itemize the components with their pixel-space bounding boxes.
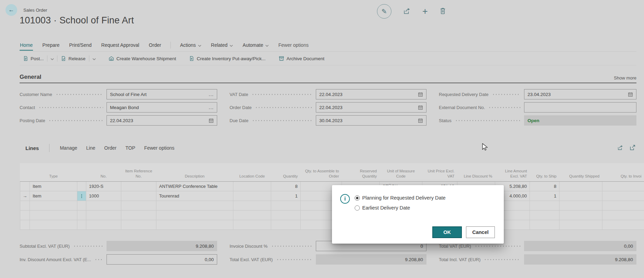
lines-tab-line[interactable]: Line <box>86 145 95 151</box>
calendar-icon[interactable] <box>416 118 423 123</box>
column-header[interactable]: Item Reference No. <box>121 163 156 182</box>
delete-button[interactable] <box>440 7 446 15</box>
order-date-input[interactable] <box>316 102 426 113</box>
cell[interactable]: 8 <box>530 182 559 191</box>
column-header[interactable]: Line Amount Excl. VAT <box>495 163 530 182</box>
cell[interactable] <box>121 201 156 211</box>
column-header[interactable]: No. <box>86 163 121 182</box>
cell[interactable] <box>602 220 644 230</box>
cell[interactable] <box>156 201 233 211</box>
calendar-icon[interactable] <box>416 92 423 97</box>
cell[interactable]: 1000 <box>86 191 121 201</box>
cell[interactable]: 1 <box>271 191 301 201</box>
row-menu-dots[interactable]: ⋮ <box>77 191 86 201</box>
cell[interactable]: Tourenrad <box>156 191 233 201</box>
cell[interactable] <box>156 220 233 230</box>
lines-share-button[interactable] <box>617 145 623 151</box>
column-header[interactable]: Quantity Shipped <box>559 163 602 182</box>
tab-prepare[interactable]: Prepare <box>42 40 60 51</box>
lookup-ellipsis-icon[interactable]: ... <box>207 92 214 97</box>
tab-print-send[interactable]: Print/Send <box>69 40 92 51</box>
menu-related[interactable]: Related <box>211 40 233 51</box>
release-button[interactable]: Release <box>57 53 89 64</box>
create-inventory-putaway-pick-button[interactable]: Create Inventory Put-away/Pick... <box>186 53 269 64</box>
menu-actions[interactable]: Actions <box>180 40 202 51</box>
cell[interactable] <box>233 201 271 211</box>
cell[interactable] <box>559 220 602 230</box>
cell[interactable] <box>271 220 301 230</box>
column-header[interactable]: Description <box>156 163 233 182</box>
cell[interactable] <box>559 191 602 201</box>
calendar-icon[interactable] <box>626 92 633 97</box>
cell[interactable]: 1 <box>530 191 559 201</box>
cell[interactable] <box>121 182 156 191</box>
show-more-link[interactable]: Show more <box>614 75 636 81</box>
row-menu-dots[interactable] <box>77 201 86 211</box>
cell[interactable] <box>271 201 301 211</box>
cell[interactable] <box>559 211 602 220</box>
cancel-button[interactable]: Cancel <box>466 226 495 238</box>
menu-fewer-options[interactable]: Fewer options <box>278 40 309 51</box>
cell[interactable] <box>86 201 121 211</box>
cell[interactable] <box>271 211 301 220</box>
cell[interactable] <box>233 211 271 220</box>
lines-tab-top[interactable]: TOP <box>125 145 135 151</box>
cell[interactable] <box>30 201 77 211</box>
row-selector[interactable] <box>20 220 30 230</box>
row-menu-dots[interactable] <box>77 211 86 220</box>
archive-document-button[interactable]: Archive Document <box>275 53 328 64</box>
requested-delivery-date-input[interactable] <box>524 89 636 99</box>
cell[interactable] <box>156 211 233 220</box>
ok-button[interactable]: OK <box>432 226 462 238</box>
lookup-ellipsis-icon[interactable]: ... <box>207 105 214 110</box>
row-menu-dots[interactable] <box>77 182 86 191</box>
tab-request-approval[interactable]: Request Approval <box>101 40 140 51</box>
column-header[interactable]: Unit of Measure Code <box>380 163 422 182</box>
cell[interactable] <box>602 201 644 211</box>
cell[interactable] <box>86 211 121 220</box>
lines-tab-manage[interactable]: Manage <box>60 145 77 151</box>
column-header[interactable]: Qty. to Ship <box>530 163 559 182</box>
contact-input[interactable]: ... <box>107 102 217 113</box>
lines-fewer-options[interactable]: Fewer options <box>144 145 175 151</box>
column-header[interactable]: Qty. to Assemble to Order <box>301 163 342 182</box>
row-selector[interactable]: → <box>20 191 30 201</box>
customer-name-input[interactable]: ... <box>107 89 217 99</box>
column-header[interactable]: Qty. to Invoi <box>602 163 644 182</box>
post-button[interactable]: Post... <box>20 53 47 64</box>
menu-automate[interactable]: Automate <box>242 40 269 51</box>
column-header[interactable]: Location Code <box>233 163 271 182</box>
cell[interactable]: 8 <box>271 182 301 191</box>
release-dropdown[interactable] <box>89 53 99 64</box>
cell[interactable] <box>233 182 271 191</box>
column-header[interactable]: Quantity <box>271 163 301 182</box>
cell[interactable] <box>30 220 77 230</box>
due-date-input[interactable] <box>316 115 426 126</box>
cell[interactable] <box>602 182 644 191</box>
cell[interactable]: 1920-S <box>86 182 121 191</box>
radio-planning-requested-delivery-date[interactable]: Planning for Requested Delivery Date <box>355 195 446 201</box>
cell[interactable] <box>86 220 121 230</box>
column-header[interactable]: Reserved Quantity <box>342 163 380 182</box>
cell[interactable] <box>530 211 559 220</box>
edit-button[interactable]: ✎ <box>377 4 391 19</box>
post-dropdown[interactable] <box>47 53 57 64</box>
share-button[interactable] <box>403 8 411 15</box>
cell[interactable] <box>233 220 271 230</box>
column-header[interactable]: Line Discount % <box>457 163 495 182</box>
tab-order[interactable]: Order <box>148 40 162 51</box>
row-selector[interactable] <box>20 201 30 211</box>
cell[interactable]: Item <box>30 191 77 201</box>
lines-expand-button[interactable] <box>630 145 635 151</box>
back-button[interactable]: ← <box>5 4 17 16</box>
cell[interactable] <box>121 220 156 230</box>
cell[interactable] <box>602 211 644 220</box>
create-warehouse-shipment-button[interactable]: Create Warehouse Shipment <box>105 53 180 64</box>
row-menu-dots[interactable] <box>77 220 86 230</box>
cell[interactable] <box>121 191 156 201</box>
cell[interactable]: ANTWERP Conference Table <box>156 182 233 191</box>
inv-discount-amount-input[interactable] <box>107 254 217 265</box>
external-document-no-input[interactable] <box>524 102 636 113</box>
posting-date-input[interactable] <box>107 115 217 126</box>
cell[interactable] <box>602 191 644 201</box>
